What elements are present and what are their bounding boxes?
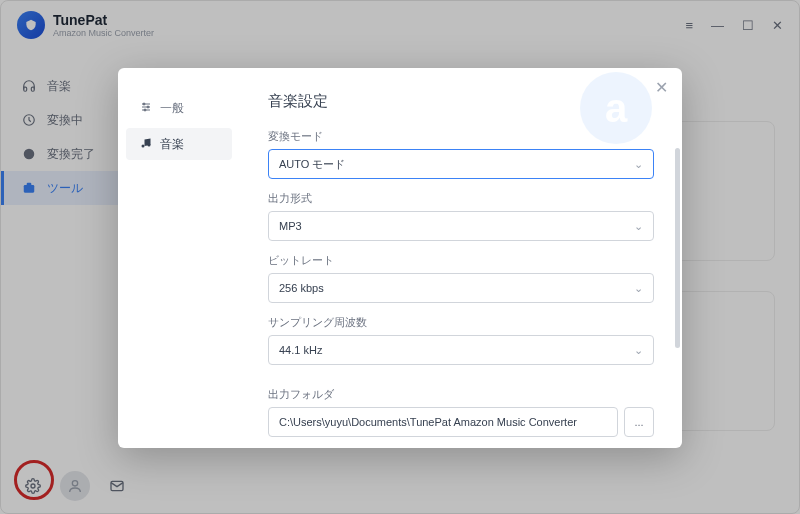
field-samplerate: サンプリング周波数 44.1 kHz ⌄ — [268, 315, 654, 365]
browse-button[interactable]: ... — [624, 407, 654, 437]
field-label: 変換モード — [268, 129, 654, 144]
field-bitrate: ビットレート 256 kbps ⌄ — [268, 253, 654, 303]
modal-title: 音楽設定 — [268, 92, 654, 111]
modal-sidebar: 一般 音楽 — [118, 68, 240, 448]
field-mode: 変換モード AUTO モード ⌄ — [268, 129, 654, 179]
field-format: 出力形式 MP3 ⌄ — [268, 191, 654, 241]
select-value: 44.1 kHz — [279, 344, 322, 356]
svg-point-11 — [144, 109, 146, 111]
svg-point-10 — [147, 106, 149, 108]
svg-point-13 — [148, 143, 151, 146]
svg-point-9 — [143, 103, 145, 105]
tab-general[interactable]: 一般 — [126, 92, 232, 124]
select-value: C:\Users\yuyu\Documents\TunePat Amazon M… — [279, 416, 577, 428]
chevron-down-icon: ⌄ — [634, 158, 643, 171]
select-format[interactable]: MP3 ⌄ — [268, 211, 654, 241]
tab-label: 音楽 — [160, 136, 184, 153]
chevron-down-icon: ⌄ — [634, 220, 643, 233]
chevron-down-icon: ⌄ — [634, 282, 643, 295]
tab-music[interactable]: 音楽 — [126, 128, 232, 160]
field-output: 出力フォルダ C:\Users\yuyu\Documents\TunePat A… — [268, 387, 654, 437]
scrollbar[interactable] — [675, 148, 680, 348]
field-label: ビットレート — [268, 253, 654, 268]
settings-modal: ✕ 一般 音楽 a 音楽設定 変換モード AUTO モード ⌄ 出力 — [118, 68, 682, 448]
modal-main: a 音楽設定 変換モード AUTO モード ⌄ 出力形式 MP3 ⌄ ビットレー… — [240, 68, 682, 448]
select-value: MP3 — [279, 220, 302, 232]
select-mode[interactable]: AUTO モード ⌄ — [268, 149, 654, 179]
chevron-down-icon: ⌄ — [634, 344, 643, 357]
select-value: 256 kbps — [279, 282, 324, 294]
select-value: AUTO モード — [279, 157, 345, 172]
select-samplerate[interactable]: 44.1 kHz ⌄ — [268, 335, 654, 365]
output-path-input[interactable]: C:\Users\yuyu\Documents\TunePat Amazon M… — [268, 407, 618, 437]
svg-point-12 — [142, 144, 145, 147]
field-label: サンプリング周波数 — [268, 315, 654, 330]
select-bitrate[interactable]: 256 kbps ⌄ — [268, 273, 654, 303]
modal-overlay: ✕ 一般 音楽 a 音楽設定 変換モード AUTO モード ⌄ 出力 — [0, 0, 800, 514]
field-label: 出力形式 — [268, 191, 654, 206]
field-label: 出力フォルダ — [268, 387, 654, 402]
sliders-icon — [140, 101, 152, 116]
music-note-icon — [140, 137, 152, 152]
tab-label: 一般 — [160, 100, 184, 117]
